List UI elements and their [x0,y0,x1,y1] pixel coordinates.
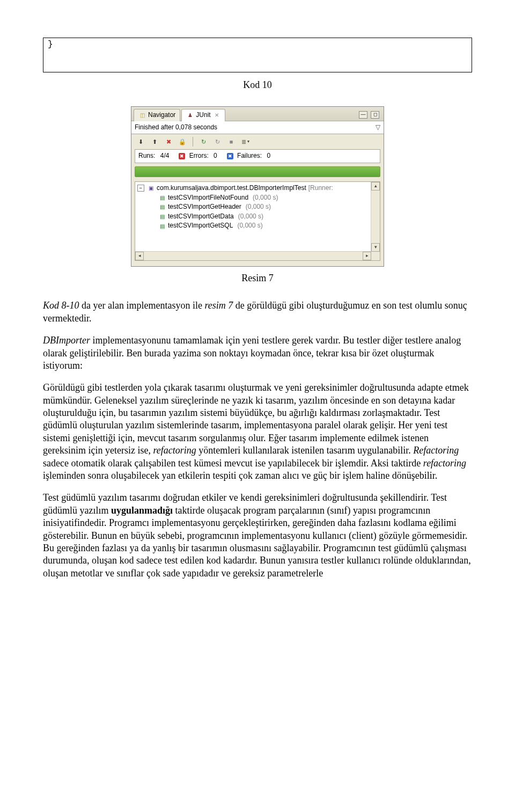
scroll-lock-icon[interactable]: 🔒 [176,136,188,148]
test-name: testCSVImportGetSQL [168,222,233,230]
vertical-scrollbar[interactable]: ▴ ▾ [371,182,380,260]
navigator-icon: ◫ [138,112,146,119]
test-pass-icon: ▤ [159,194,166,201]
prev-failure-icon[interactable]: ⬆ [149,136,160,148]
scroll-left-icon[interactable]: ◂ [135,252,144,260]
junit-panel: ◫ Navigator ♟ JUnit ✕ — ◻ Finished after… [131,106,384,267]
status-text: Finished after 0,078 seconds [135,123,217,132]
window-controls: — ◻ [359,111,381,121]
tree-root[interactable]: − ▣ com.kurumsaljava.dbimport.test.DBImp… [136,184,379,193]
history-icon[interactable]: ≣ [239,136,251,148]
paragraph-intro: Kod 8-10 da yer alan implementasyon ile … [43,299,472,325]
tab-navigator[interactable]: ◫ Navigator [134,109,180,121]
test-time: (0,000 s) [237,222,262,230]
errors-group: ✖ Errors: 0 [179,152,217,160]
dropdown-chevron-icon[interactable]: ▽ [376,123,380,132]
test-name: testCSVImportGetHeader [168,203,241,211]
paragraph-summary: Görüldügü gibi testlerden yola çıkarak t… [43,382,472,482]
scroll-up-icon[interactable]: ▴ [371,182,380,191]
status-row: Finished after 0,078 seconds ▽ [131,121,384,135]
tabs-row: ◫ Navigator ♟ JUnit ✕ — ◻ [131,107,384,121]
code-caption: Kod 10 [43,79,472,91]
tab-junit[interactable]: ♟ JUnit ✕ [181,109,225,121]
rerun-failed-icon[interactable]: ↻ [211,136,223,148]
tree-item[interactable]: ▤ testCSVImportFileNotFound (0,000 s) [136,193,379,203]
maximize-button[interactable]: ◻ [371,111,379,119]
tree-item[interactable]: ▤ testCSVImportGetData (0,000 s) [136,212,379,222]
counts-row: Runs: 4/4 ✖ Errors: 0 ✖ Failures: 0 [135,149,380,163]
close-icon[interactable]: ✕ [213,112,220,119]
collapse-icon[interactable]: − [137,185,144,192]
root-name: com.kurumsaljava.dbimport.test.DBImporte… [157,184,306,193]
suite-icon: ▣ [148,185,154,192]
scroll-right-icon[interactable]: ▸ [363,252,371,260]
test-time: (0,000 s) [253,194,278,202]
tab-label: JUnit [196,111,210,120]
error-icon: ✖ [179,153,185,159]
show-failures-icon[interactable]: ✖ [163,136,174,148]
tree-item[interactable]: ▤ testCSVImportGetSQL (0,000 s) [136,221,379,231]
progress-bar [135,166,380,177]
stop-icon[interactable]: ■ [225,136,237,148]
failure-icon: ✖ [227,153,233,159]
failures-group: ✖ Failures: 0 [227,152,270,160]
root-suffix: [Runner: [308,184,333,193]
code-text: } [48,40,53,49]
test-pass-icon: ▤ [159,203,166,210]
next-failure-icon[interactable]: ⬇ [135,136,146,148]
toolbar: ⬇ ⬆ ✖ 🔒 ↻ ↻ ■ ≣ [131,134,384,149]
rerun-icon[interactable]: ↻ [197,136,209,148]
junit-icon: ♟ [186,112,194,119]
test-name: testCSVImportFileNotFound [168,194,248,202]
test-tree: − ▣ com.kurumsaljava.dbimport.test.DBImp… [135,181,380,261]
image-caption: Resim 7 [43,272,472,284]
paragraph-tdd: Test güdümlü yazılım tasarımı doğrudan e… [43,492,472,580]
test-pass-icon: ▤ [159,213,166,220]
toolbar-separator [193,137,193,147]
test-name: testCSVImportGetData [168,213,234,221]
code-block: } [43,38,472,72]
paragraph-dbimporter: DBImporter implementasyonunu tamamlamak … [43,334,472,372]
junit-screenshot: ◫ Navigator ♟ JUnit ✕ — ◻ Finished after… [43,106,472,267]
scroll-down-icon[interactable]: ▾ [371,243,380,252]
runs-group: Runs: 4/4 [138,152,169,160]
horizontal-scrollbar[interactable]: ◂ ▸ [135,251,371,260]
test-time: (0,000 s) [238,213,263,221]
tab-label: Navigator [148,111,175,120]
test-time: (0,000 s) [246,203,271,211]
tree-item[interactable]: ▤ testCSVImportGetHeader (0,000 s) [136,202,379,212]
test-pass-icon: ▤ [159,223,166,230]
minimize-button[interactable]: — [359,111,367,119]
